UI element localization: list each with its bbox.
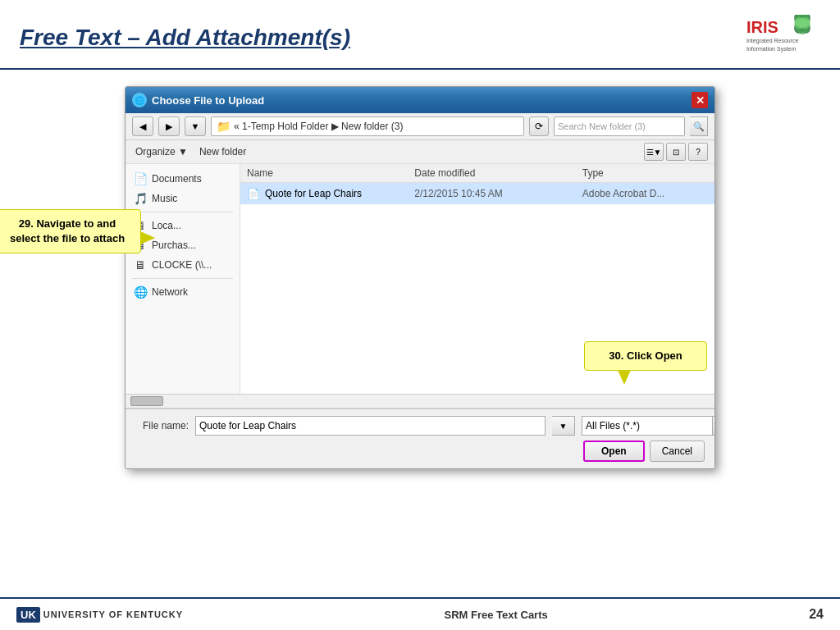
refresh-button[interactable]: ⟳ xyxy=(529,116,549,136)
uk-box: UK xyxy=(16,607,40,623)
filename-row: File name: ▼ ▼ xyxy=(135,416,705,436)
search-button[interactable]: 🔍 xyxy=(690,116,708,136)
iris-logo-svg: IRIS Integrated Resource Information Sys… xyxy=(746,15,820,60)
svg-text:Information System: Information System xyxy=(746,46,796,52)
nav-item-music-label: Music xyxy=(152,193,177,204)
organize-toolbar: Organize ▼ New folder ☰▼ ⊡ ? xyxy=(126,140,714,164)
callout-30: 30. Click Open xyxy=(584,341,707,371)
dialog-icon: 🌐 xyxy=(132,93,147,107)
file-name: Quote for Leap Chairs xyxy=(265,188,362,199)
file-row-leap-chairs[interactable]: 📄 Quote for Leap Chairs 2/12/2015 10:45 … xyxy=(240,183,714,204)
nav-item-network-label: Network xyxy=(152,286,188,298)
footer-buttons: Open Cancel xyxy=(135,441,705,462)
page-header: Free Text – Add Attachment(s) IRIS Integ… xyxy=(0,0,840,70)
callout-29-arrow xyxy=(140,231,155,244)
file-name-input[interactable] xyxy=(195,416,546,436)
col-header-type: Type xyxy=(582,167,708,179)
main-content: 🌐 Choose File to Upload ✕ ◀ ▶ ▼ 📁 « 1-Te… xyxy=(0,70,840,477)
dialog-footer: File name: ▼ ▼ Open Cancel xyxy=(126,409,714,468)
nav-item-documents[interactable]: 📄 Documents xyxy=(126,169,240,189)
new-folder-button[interactable]: New folder xyxy=(196,144,249,159)
nav-item-network[interactable]: 🌐 Network xyxy=(126,282,240,302)
page-footer: UK UNIVERSITY OF KENTUCKY SRM Free Text … xyxy=(0,597,840,630)
dialog-wrapper: 🌐 Choose File to Upload ✕ ◀ ▶ ▼ 📁 « 1-Te… xyxy=(125,86,715,469)
svg-point-5 xyxy=(794,18,810,28)
preview-button[interactable]: ⊡ xyxy=(666,143,686,161)
scroll-thumb[interactable] xyxy=(130,396,163,406)
search-box[interactable]: Search New folder (3) xyxy=(554,116,685,136)
document-icon: 📄 xyxy=(134,172,147,185)
back-button[interactable]: ◀ xyxy=(132,116,153,136)
filename-dropdown[interactable]: ▼ xyxy=(552,416,575,436)
col-header-date: Date modified xyxy=(414,167,582,179)
file-name-label: File name: xyxy=(135,420,189,431)
organize-button[interactable]: Organize ▼ xyxy=(132,144,191,159)
svg-text:IRIS: IRIS xyxy=(746,18,778,36)
titlebar-left: 🌐 Choose File to Upload xyxy=(132,93,264,107)
page-number: 24 xyxy=(809,607,824,622)
address-toolbar: ◀ ▶ ▼ 📁 « 1-Temp Hold Folder ▶ New folde… xyxy=(126,113,714,140)
view-controls: ☰▼ ⊡ ? xyxy=(644,143,708,161)
uk-logo: UK UNIVERSITY OF KENTUCKY xyxy=(16,607,183,623)
dialog-title: Choose File to Upload xyxy=(152,94,264,107)
callout-30-arrow xyxy=(618,370,631,385)
music-icon: 🎵 xyxy=(134,192,147,205)
scroll-area[interactable] xyxy=(126,394,714,409)
nav-panel: 📄 Documents 🎵 Music 🖥 Loca... 🖥 Pur xyxy=(126,164,240,394)
nav-item-music[interactable]: 🎵 Music xyxy=(126,189,240,208)
callout-29-text: 29. Navigate to andselect the file to at… xyxy=(10,217,125,244)
clocke-icon: 🖥 xyxy=(134,258,147,272)
footer-center: SRM Free Text Carts xyxy=(445,609,548,621)
dialog-titlebar: 🌐 Choose File to Upload ✕ xyxy=(126,87,714,113)
file-name-cell: 📄 Quote for Leap Chairs xyxy=(247,187,414,200)
close-button[interactable]: ✕ xyxy=(692,92,708,108)
col-header-name: Name xyxy=(247,167,414,179)
address-path: « 1-Temp Hold Folder ▶ New folder (3) xyxy=(234,121,403,132)
help-button[interactable]: ? xyxy=(688,143,708,161)
address-bar[interactable]: 📁 « 1-Temp Hold Folder ▶ New folder (3) xyxy=(211,116,524,136)
svg-text:Integrated Resource: Integrated Resource xyxy=(746,38,799,44)
nav-item-purchas-label: Purchas... xyxy=(152,240,196,251)
nav-divider2 xyxy=(132,278,233,279)
filter-wrapper: ▼ xyxy=(582,416,705,436)
network-icon: 🌐 xyxy=(134,285,147,299)
nav-item-documents-label: Documents xyxy=(152,173,202,185)
uk-full-text: UNIVERSITY OF KENTUCKY xyxy=(43,609,183,619)
open-button[interactable]: Open xyxy=(583,441,645,462)
file-list-header: Name Date modified Type xyxy=(240,164,714,183)
file-dialog: 🌐 Choose File to Upload ✕ ◀ ▶ ▼ 📁 « 1-Te… xyxy=(125,86,715,469)
nav-item-clocke-label: CLOCKE (\\... xyxy=(152,259,212,271)
nav-item-local-label: Loca... xyxy=(152,220,181,231)
file-date: 2/12/2015 10:45 AM xyxy=(414,188,582,199)
pdf-icon: 📄 xyxy=(247,187,260,200)
nav-divider1 xyxy=(132,212,233,212)
file-type: Adobe Acrobat D... xyxy=(582,188,708,199)
up-button[interactable]: ▼ xyxy=(185,116,206,136)
cancel-button[interactable]: Cancel xyxy=(650,441,705,462)
search-placeholder: Search New folder (3) xyxy=(558,121,646,131)
file-type-filter[interactable] xyxy=(582,416,713,436)
forward-button[interactable]: ▶ xyxy=(158,116,180,136)
callout-29: 29. Navigate to andselect the file to at… xyxy=(0,209,141,253)
nav-item-clocke[interactable]: 🖥 CLOCKE (\\... xyxy=(126,255,240,275)
page-title: Free Text – Add Attachment(s) xyxy=(20,25,350,51)
folder-icon: 📁 xyxy=(217,120,231,133)
callout-30-text: 30. Click Open xyxy=(609,349,682,362)
view-list-button[interactable]: ☰▼ xyxy=(644,143,664,161)
filter-dropdown[interactable]: ▼ xyxy=(713,416,715,436)
iris-logo: IRIS Integrated Resource Information Sys… xyxy=(746,15,820,60)
